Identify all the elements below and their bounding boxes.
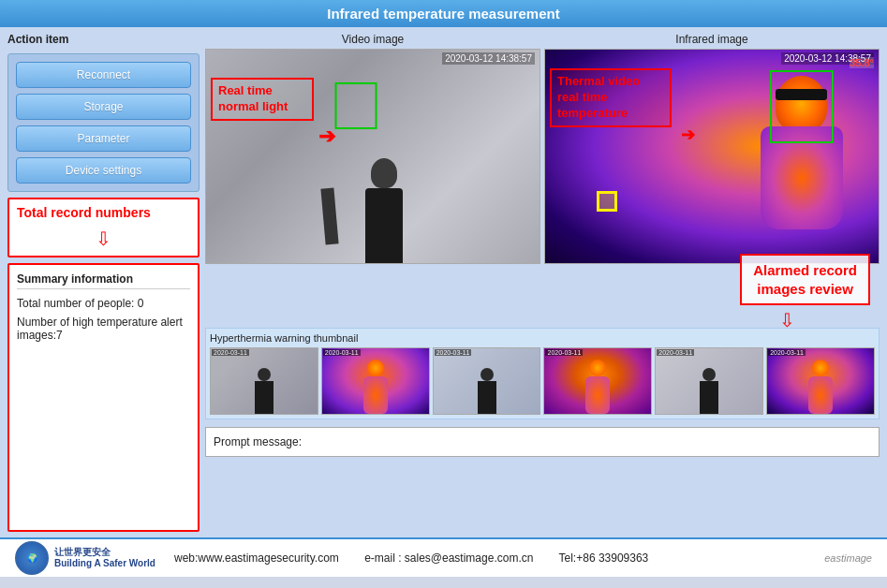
alarmed-record-box: Alarmed recordimages review bbox=[740, 254, 870, 305]
brand-watermark: eastimage bbox=[824, 552, 872, 564]
thumb-head-ir-6 bbox=[812, 360, 829, 376]
logo-chinese: 让世界更安全 bbox=[54, 547, 155, 558]
thumbnail-4[interactable]: 2020-03-11 bbox=[543, 347, 652, 415]
footer-contact: web:www.eastimagesecurity.com e-mail : s… bbox=[174, 551, 671, 565]
infrared-bg: 2020-03-12 14:38:57 Thermal videoreal ti… bbox=[545, 50, 879, 263]
thumb-body-1 bbox=[255, 381, 273, 414]
footer-email: e-mail : sales@eastimage.com.cn bbox=[364, 551, 533, 565]
thumb-person-5 bbox=[700, 368, 718, 414]
logo-text-block: 让世界更安全 Building A Safer World bbox=[54, 547, 155, 569]
footer: 🌍 让世界更安全 Building A Safer World web:www.… bbox=[0, 537, 887, 577]
total-record-arrow-icon: ⇩ bbox=[17, 228, 190, 250]
infrared-label: Infrared image bbox=[544, 33, 880, 46]
thumb-head-1 bbox=[258, 368, 271, 381]
video-frame: 2020-03-12 14:38:57 Real timenormal ligh… bbox=[205, 49, 540, 264]
thumb-body-ir-2 bbox=[363, 376, 388, 414]
real-time-label: Real timenormal light bbox=[211, 78, 314, 121]
thumbnail-2[interactable]: 2020-03-11 bbox=[321, 347, 430, 415]
logo-circle: 🌍 bbox=[15, 541, 49, 575]
parameter-button[interactable]: Parameter bbox=[16, 125, 191, 152]
tripod-figure bbox=[320, 188, 338, 245]
thumbnail-1[interactable]: 2020-03-11 bbox=[210, 347, 318, 415]
footer-logo: 🌍 让世界更安全 Building A Safer World bbox=[15, 541, 155, 575]
thumb-head-3 bbox=[480, 368, 494, 381]
infrared-section: Infrared image 2020-03-12 14:38:57 Therm… bbox=[544, 33, 880, 264]
video-section: Video image 2020-03-12 14:38:57 Real tim… bbox=[205, 33, 540, 264]
thumbnail-5[interactable]: 2020-03-11 bbox=[655, 347, 763, 415]
right-panel: Video image 2020-03-12 14:38:57 Real tim… bbox=[205, 33, 880, 532]
thumb-head-5 bbox=[702, 368, 716, 381]
logo-english: Building A Safer World bbox=[54, 558, 155, 569]
reconnect-button[interactable]: Reconnect bbox=[16, 62, 191, 88]
action-buttons-group: Reconnect Storage Parameter Device setti… bbox=[7, 53, 200, 192]
video-row: Video image 2020-03-12 14:38:57 Real tim… bbox=[205, 33, 880, 264]
face-detection-box bbox=[335, 82, 377, 129]
temperature-badge: 35.8° bbox=[850, 57, 874, 68]
total-record-text: Total record numbers bbox=[17, 205, 190, 220]
logo-icon: 🌍 bbox=[27, 553, 37, 563]
middle-section: Alarmed recordimages review ⇩ bbox=[205, 268, 880, 324]
thumb-body-ir-6 bbox=[808, 376, 833, 414]
prompt-label: Prompt message: bbox=[214, 435, 302, 448]
thumb-timestamp-5: 2020-03-11 bbox=[657, 349, 694, 356]
thumbnail-section: Hyperthermia warning thumbnail 2020-03-1… bbox=[205, 328, 880, 419]
summary-box: Summary information Total number of peop… bbox=[7, 263, 200, 532]
thumb-timestamp-6: 2020-03-11 bbox=[768, 349, 806, 356]
thermal-arrow-icon: ➔ bbox=[681, 125, 695, 145]
summary-people: Total number of people: 0 bbox=[17, 297, 190, 310]
person-head bbox=[371, 158, 397, 188]
thumbnail-3[interactable]: 2020-03-11 bbox=[433, 347, 541, 415]
thumb-body-5 bbox=[700, 381, 718, 414]
thumb-timestamp-3: 2020-03-11 bbox=[435, 349, 472, 356]
summary-alert: Number of high temperature alert images:… bbox=[17, 316, 190, 342]
person-figure bbox=[365, 158, 403, 263]
infrared-frame: 2020-03-12 14:38:57 Thermal videoreal ti… bbox=[544, 49, 880, 264]
thumb-body-3 bbox=[478, 381, 496, 414]
real-time-arrow-icon: ➔ bbox=[318, 125, 335, 149]
video-timestamp: 2020-03-12 14:38:57 bbox=[442, 52, 535, 65]
prompt-bar: Prompt message: bbox=[205, 427, 880, 457]
thumbnail-row: 2020-03-11 2020-03-11 2020-03-11 bbox=[210, 347, 875, 415]
thumb-head-ir-4 bbox=[589, 360, 606, 376]
thermal-label: Thermal videoreal timetemperature bbox=[550, 68, 672, 127]
thumb-timestamp-4: 2020-03-11 bbox=[545, 349, 583, 356]
action-item-label: Action item bbox=[7, 33, 200, 46]
infrared-face-box bbox=[770, 70, 834, 143]
thumb-person-1 bbox=[255, 368, 273, 414]
alarmed-record-text: Alarmed recordimages review bbox=[753, 262, 857, 297]
device-settings-button[interactable]: Device settings bbox=[16, 157, 191, 184]
footer-website: web:www.eastimagesecurity.com bbox=[174, 551, 339, 565]
thumb-timestamp-1: 2020-03-11 bbox=[212, 349, 249, 356]
thumbnail-6[interactable]: 2020-03-11 bbox=[766, 347, 875, 415]
main-content: Action item Reconnect Storage Parameter … bbox=[0, 27, 887, 537]
thumb-person-3 bbox=[478, 368, 496, 414]
footer-phone: Tel:+86 33909363 bbox=[559, 551, 649, 565]
thumb-person-2 bbox=[363, 360, 388, 414]
video-bg: 2020-03-12 14:38:57 Real timenormal ligh… bbox=[206, 50, 540, 263]
left-panel: Action item Reconnect Storage Parameter … bbox=[7, 33, 200, 532]
thumb-person-6 bbox=[808, 360, 833, 414]
thumb-body-ir-4 bbox=[585, 376, 610, 414]
total-record-box: Total record numbers ⇩ bbox=[7, 198, 200, 257]
tracking-square bbox=[597, 191, 617, 212]
storage-button[interactable]: Storage bbox=[16, 94, 191, 120]
thumbnail-section-label: Hyperthermia warning thumbnail bbox=[210, 332, 875, 344]
summary-title: Summary information bbox=[17, 272, 190, 289]
thumb-head-ir-2 bbox=[367, 360, 384, 376]
alarmed-arrow-icon: ⇩ bbox=[779, 309, 795, 331]
person-body bbox=[365, 188, 403, 263]
title-bar: Infrared temperature measurement bbox=[0, 0, 887, 27]
video-label: Video image bbox=[205, 33, 540, 46]
thumb-timestamp-2: 2020-03-11 bbox=[323, 349, 361, 356]
thumb-person-4 bbox=[585, 360, 610, 414]
app-title: Infrared temperature measurement bbox=[327, 6, 559, 22]
